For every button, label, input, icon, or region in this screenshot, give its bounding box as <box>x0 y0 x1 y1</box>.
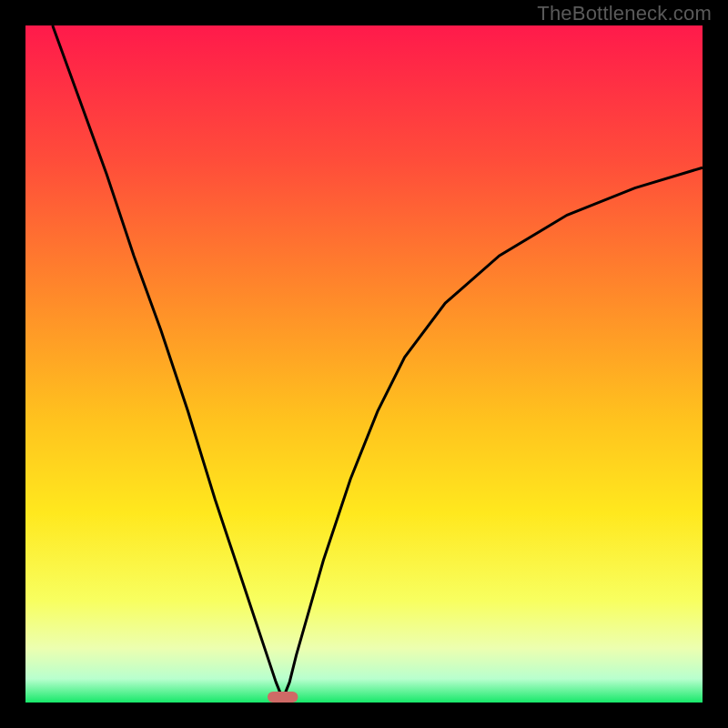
chart-container: TheBottleneck.com <box>0 0 728 728</box>
optimum-marker <box>268 692 298 703</box>
watermark-text: TheBottleneck.com <box>537 2 712 25</box>
bottleneck-chart <box>0 0 728 728</box>
plot-area <box>25 25 703 703</box>
